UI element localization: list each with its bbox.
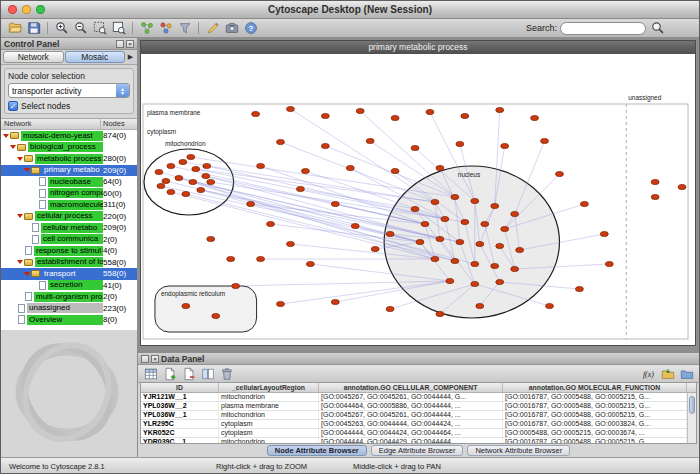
zoom-fit-icon[interactable] [110, 20, 127, 36]
zoom-selected-icon[interactable] [91, 20, 108, 36]
save-session-icon[interactable] [25, 20, 42, 36]
tab-mosaic[interactable]: Mosaic [65, 51, 126, 63]
page-icon [39, 189, 46, 198]
window-titlebar[interactable]: Cytoscape Desktop (New Session) [1, 1, 699, 19]
open-attribute-folder-icon[interactable] [678, 366, 695, 382]
tree-row-nitrogen-compo[interactable]: nitrogen compo60(0) [1, 188, 137, 200]
search-options-icon[interactable] [649, 20, 666, 36]
table-row[interactable]: YJR121W__1mitochondrion[GO:0045267, GO:0… [141, 393, 696, 402]
tree-column-nodes[interactable]: Nodes [101, 119, 137, 129]
vizmapper-icon[interactable] [157, 20, 174, 36]
table-cell: [GO:0016787, GO:0005488, GO:0005215, G..… [503, 411, 687, 419]
search-label: Search: [526, 23, 557, 33]
close-window-button[interactable] [8, 5, 17, 14]
data-panel: × Data Panel f(x) ID_cellularLayoutRegio… [138, 353, 699, 457]
scrollbar-thumb[interactable] [689, 396, 695, 414]
table-cell: [GO:0045267, GO:0045261, GO:0044444, G..… [319, 393, 503, 401]
tree-count: 280(0) [103, 154, 137, 163]
column-header-annotation-go-molecular-function[interactable]: annotation.GO MOLECULAR_FUNCTION [503, 383, 687, 392]
column-header-annotation-go-cellular-component[interactable]: annotation.GO CELLULAR_COMPONENT [319, 383, 503, 392]
expand-arrow-icon[interactable] [10, 145, 16, 149]
new-attribute-icon[interactable] [161, 366, 178, 382]
float-panel-icon[interactable] [116, 40, 124, 48]
filter-icon[interactable] [176, 20, 193, 36]
tree-row-primary-metabo[interactable]: primary metabo209(0) [1, 165, 137, 177]
expand-arrow-icon[interactable] [24, 272, 30, 276]
network-frame-title[interactable]: primary metabolic process [141, 41, 695, 54]
folder-icon [24, 259, 33, 266]
tree-row-transport[interactable]: transport558(0) [1, 268, 137, 280]
zoom-window-button[interactable] [36, 5, 45, 14]
select-nodes-checkbox[interactable]: ✓ [8, 101, 18, 111]
tree-row-multi-organism-pro[interactable]: multi-organism pro2(0) [1, 291, 137, 303]
folder-icon [31, 270, 40, 277]
zoom-out-icon[interactable] [72, 20, 89, 36]
folder-icon [17, 144, 26, 151]
float-panel-icon[interactable] [141, 355, 149, 363]
table-row[interactable]: YLR295Ccytoplasm[GO:0045263, GO:0044444,… [141, 420, 696, 429]
svg-text:unassigned: unassigned [628, 94, 661, 102]
expand-arrow-icon[interactable] [24, 168, 30, 172]
tree-column-network[interactable]: Network [1, 119, 101, 129]
table-row[interactable]: YPL036W__1mitochondrion[GO:0045267, GO:0… [141, 411, 696, 420]
tree-row-secretion[interactable]: secretion41(0) [1, 280, 137, 292]
tree-row-biological-process[interactable]: biological_process [1, 142, 137, 154]
tree-row-establishment-of-lo[interactable]: establishment of lo558(0) [1, 257, 137, 269]
data-panel-title: Data Panel [161, 354, 204, 364]
table-scrollbar[interactable] [687, 393, 696, 443]
tree-row-response-to-stimul[interactable]: response to stimul4(0) [1, 245, 137, 257]
expand-arrow-icon[interactable] [17, 260, 23, 264]
delete-table-icon[interactable] [218, 366, 235, 382]
zoom-in-icon[interactable] [53, 20, 70, 36]
tree-indent [1, 262, 17, 263]
tree-row-nucleobase[interactable]: nucleobase64(0) [1, 176, 137, 188]
window-title: Cytoscape Desktop (New Session) [1, 1, 699, 18]
expand-arrow-icon[interactable] [3, 134, 9, 138]
table-cell: [GO:0016787, GO:0005488, GO:0005215, G..… [503, 402, 687, 410]
tab-scroll-right-icon[interactable]: ▶ [126, 53, 135, 61]
search-input[interactable] [560, 22, 646, 35]
close-panel-icon[interactable]: × [151, 355, 159, 363]
tree-row-cellular-process[interactable]: cellular process220(0) [1, 211, 137, 223]
tree-row-cellular-metabo[interactable]: cellular metabo209(0) [1, 222, 137, 234]
open-session-icon[interactable] [6, 20, 23, 36]
attribute-table-header: ID_cellularLayoutRegionannotation.GO CEL… [141, 383, 696, 393]
tree-label: metabolic process [35, 154, 103, 164]
attribute-matrix-icon[interactable] [199, 366, 216, 382]
table-row[interactable]: YPL036W__2plasma membrane[GO:0044464, GO… [141, 402, 696, 411]
tree-indent [1, 319, 10, 320]
tree-row-cell-communica[interactable]: cell communica2(0) [1, 234, 137, 246]
search-group: Search: [526, 20, 666, 36]
tree-indent [1, 216, 17, 217]
tab-edge-attribute-browser[interactable]: Edge Attribute Browser [371, 445, 464, 456]
minimize-window-button[interactable] [22, 5, 31, 14]
table-row[interactable]: YKR052Ccytoplasm[GO:0044444, GO:0044424,… [141, 429, 696, 438]
tab-node-attribute-browser[interactable]: Node Attribute Browser [267, 445, 367, 456]
help-icon[interactable]: ? [242, 20, 259, 36]
close-panel-icon[interactable]: × [126, 40, 134, 48]
expand-arrow-icon[interactable] [17, 157, 23, 161]
import-table-icon[interactable] [659, 366, 676, 382]
function-builder-icon[interactable]: f(x) [640, 366, 657, 382]
tree-row-macromolecule[interactable]: macromolecule311(0) [1, 199, 137, 211]
toolbar-separator [132, 22, 133, 34]
tree-row-overview[interactable]: Overview8(0) [1, 314, 137, 326]
annotation-icon[interactable] [204, 20, 221, 36]
delete-attribute-icon[interactable] [180, 366, 197, 382]
expand-arrow-icon[interactable] [17, 214, 23, 218]
network-overview-icon[interactable] [138, 20, 155, 36]
column-header-cellularlayoutregion[interactable]: _cellularLayoutRegion [219, 383, 319, 392]
tree-indent [1, 170, 24, 171]
column-header-id[interactable]: ID [141, 383, 219, 392]
network-canvas[interactable]: plasma membranecytoplasmunassignedmitoch… [141, 54, 695, 345]
tree-row-metabolic-process[interactable]: metabolic process280(0) [1, 153, 137, 165]
node-color-selection-group: Node color selection transporter activit… [4, 68, 134, 114]
network-graph[interactable]: plasma membranecytoplasmunassignedmitoch… [141, 54, 695, 345]
node-color-dropdown[interactable]: transporter activity ▲▼ [8, 83, 130, 98]
snapshot-icon[interactable] [223, 20, 240, 36]
select-attributes-icon[interactable] [142, 366, 159, 382]
tab-network[interactable]: Network [3, 51, 64, 63]
tab-network-attribute-browser[interactable]: Network Attribute Browser [467, 445, 570, 456]
tree-row-mosaic-demo-yeast[interactable]: mosaic-demo-yeast874(0) [1, 130, 137, 142]
tree-row-unassigned[interactable]: unassigned223(0) [1, 303, 137, 315]
